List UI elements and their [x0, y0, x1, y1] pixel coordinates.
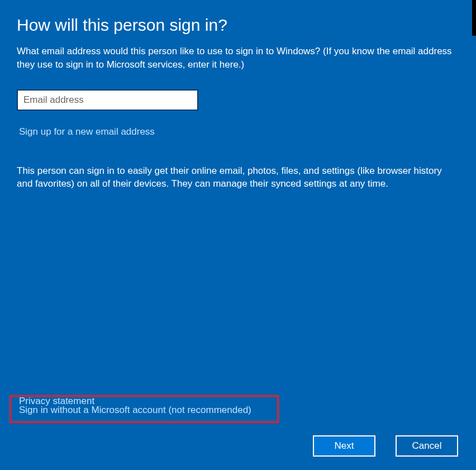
next-button[interactable]: Next	[313, 435, 375, 457]
page-title: How will this person sign in?	[17, 16, 459, 35]
cancel-button[interactable]: Cancel	[396, 435, 458, 457]
scrollbar-indicator	[472, 0, 476, 36]
email-input[interactable]	[17, 89, 198, 111]
description-text: What email address would this person lik…	[17, 45, 459, 72]
info-text: This person can sign in to easily get th…	[17, 164, 459, 191]
signin-without-account-link[interactable]: Sign in without a Microsoft account (not…	[19, 405, 251, 416]
signup-email-link[interactable]: Sign up for a new email address	[19, 126, 155, 137]
